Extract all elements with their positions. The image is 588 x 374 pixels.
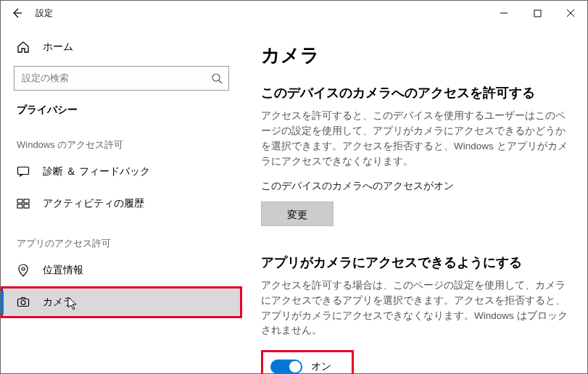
search-wrap: 設定の検索 xyxy=(14,66,229,91)
sidebar: ホーム 設定の検索 プライバシー Windows のアクセス許可 診断 ＆ フィ… xyxy=(1,25,242,373)
svg-rect-2 xyxy=(18,167,29,175)
toggle-label: オン xyxy=(311,360,331,373)
sidebar-item-label: ホーム xyxy=(43,41,73,54)
svg-rect-0 xyxy=(534,10,541,17)
location-icon xyxy=(17,264,30,277)
device-camera-status: このデバイスのカメラへのアクセスがオン xyxy=(261,180,568,193)
home-icon xyxy=(17,41,30,54)
sidebar-item-camera[interactable]: カメラ xyxy=(1,286,242,318)
activity-icon xyxy=(17,197,30,210)
back-button[interactable] xyxy=(1,1,33,25)
window-controls xyxy=(487,1,587,25)
maximize-button[interactable] xyxy=(521,1,554,25)
svg-point-7 xyxy=(22,267,25,270)
sidebar-group-windows: Windows のアクセス許可 xyxy=(1,121,242,156)
app-camera-toggle[interactable] xyxy=(270,360,302,373)
sidebar-item-home[interactable]: ホーム xyxy=(1,33,242,62)
change-button-label: 変更 xyxy=(287,209,307,220)
feedback-icon xyxy=(17,165,30,178)
svg-rect-4 xyxy=(24,199,29,203)
close-button[interactable] xyxy=(554,1,587,25)
svg-rect-5 xyxy=(17,204,22,208)
sidebar-item-label: 位置情報 xyxy=(43,264,83,277)
sidebar-item-label: 診断 ＆ フィードバック xyxy=(43,165,150,178)
search-icon xyxy=(211,72,223,84)
sidebar-item-label: カメラ xyxy=(43,296,73,309)
sidebar-item-location[interactable]: 位置情報 xyxy=(1,254,242,286)
maximize-icon xyxy=(534,9,542,17)
svg-point-9 xyxy=(21,301,25,305)
section1-heading: このデバイスのカメラへのアクセスを許可する xyxy=(261,84,568,101)
section1-description: アクセスを許可すると、このデバイスを使用するユーザーはこのページの設定を使用して… xyxy=(261,109,568,170)
section2-heading: アプリがカメラにアクセスできるようにする xyxy=(261,254,568,271)
svg-point-1 xyxy=(212,74,220,81)
search-placeholder: 設定の検索 xyxy=(22,72,211,85)
app-camera-toggle-group: オン xyxy=(261,350,354,373)
search-input[interactable]: 設定の検索 xyxy=(14,66,229,91)
window-title: 設定 xyxy=(33,7,53,20)
page-title: カメラ xyxy=(261,43,568,68)
svg-rect-3 xyxy=(17,199,22,203)
close-icon xyxy=(566,9,575,17)
svg-rect-6 xyxy=(24,204,29,208)
sidebar-item-activity[interactable]: アクティビティの履歴 xyxy=(1,188,242,220)
section2-description: アクセスを許可する場合は、このページの設定を使用して、カメラにアクセスできるアプ… xyxy=(261,278,568,339)
camera-icon xyxy=(17,296,30,309)
main-content: カメラ このデバイスのカメラへのアクセスを許可する アクセスを許可すると、このデ… xyxy=(242,25,587,373)
minimize-button[interactable] xyxy=(487,1,521,25)
change-button[interactable]: 変更 xyxy=(261,201,334,226)
sidebar-group-apps: アプリのアクセス許可 xyxy=(1,220,242,254)
sidebar-item-diagnostics[interactable]: 診断 ＆ フィードバック xyxy=(1,156,242,188)
section2: アプリがカメラにアクセスできるようにする アクセスを許可する場合は、このページの… xyxy=(261,254,568,373)
settings-window: 設定 ホーム 設定の検索 xyxy=(0,0,588,374)
minimize-icon xyxy=(500,9,508,17)
sidebar-section-privacy: プライバシー xyxy=(1,99,242,121)
window-body: ホーム 設定の検索 プライバシー Windows のアクセス許可 診断 ＆ フィ… xyxy=(1,25,587,373)
title-bar: 設定 xyxy=(1,1,587,25)
arrow-left-icon xyxy=(11,7,22,19)
sidebar-item-label: アクティビティの履歴 xyxy=(43,197,144,210)
